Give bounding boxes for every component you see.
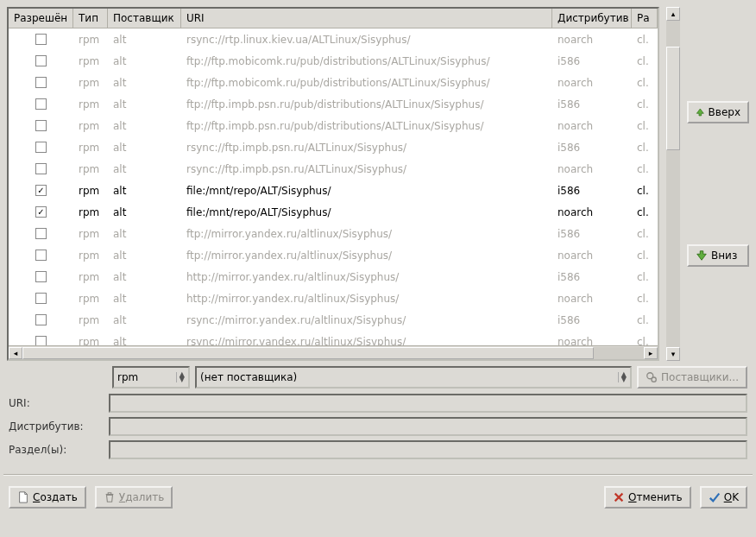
enabled-checkbox[interactable] xyxy=(35,228,47,239)
scroll-h-track[interactable] xyxy=(22,347,644,359)
table-row[interactable]: ✓rpmaltfile:/mnt/repo/ALT/Sisyphus/i586c… xyxy=(9,180,658,201)
enabled-checkbox[interactable] xyxy=(35,293,47,304)
ok-check-icon xyxy=(709,491,721,503)
enabled-checkbox[interactable] xyxy=(35,142,47,153)
cell-uri: ftp://mirror.yandex.ru/altlinux/Sisyphus… xyxy=(181,250,552,262)
cancel-button[interactable]: Отменить xyxy=(604,486,691,509)
vendors-label: Поставщики... xyxy=(661,371,739,383)
move-up-label: Вверх xyxy=(709,106,740,118)
enabled-checkbox[interactable] xyxy=(35,98,47,110)
cell-uri: ftp://ftp.mobicomk.ru/pub/distributions/… xyxy=(181,77,552,89)
cell-uri: rsync://rtp.linux.kiev.ua/ALTLinux/Sisyp… xyxy=(181,34,552,46)
arrow-up-icon xyxy=(696,106,705,118)
vendors-button[interactable]: Поставщики... xyxy=(637,366,747,389)
vendor-value: (нет поставщика) xyxy=(200,371,297,383)
table-row[interactable]: rpmalthttp://mirror.yandex.ru/altlinux/S… xyxy=(9,266,658,287)
table-header: Разрешён Тип Поставщик URI Дистрибутив Р… xyxy=(9,9,658,28)
uri-input[interactable] xyxy=(109,394,747,413)
create-button[interactable]: Создать xyxy=(9,486,86,509)
cell-dist: noarch xyxy=(552,34,632,46)
table-row[interactable]: rpmaltrsync://mirror.yandex.ru/altlinux/… xyxy=(9,309,658,331)
table-row[interactable]: rpmaltftp://mirror.yandex.ru/altlinux/Si… xyxy=(9,244,658,266)
enabled-checkbox[interactable]: ✓ xyxy=(35,185,47,196)
enabled-checkbox[interactable] xyxy=(35,336,47,345)
cell-type: rpm xyxy=(73,34,108,46)
enabled-checkbox[interactable] xyxy=(35,55,47,66)
table-row[interactable]: rpmaltrsync://rtp.linux.kiev.ua/ALTLinux… xyxy=(9,28,658,50)
cell-uri: rsync://mirror.yandex.ru/altlinux/Sisyph… xyxy=(181,336,552,346)
cell-dist: i586 xyxy=(552,98,632,111)
scroll-h-thumb[interactable] xyxy=(22,347,594,359)
ok-button[interactable]: OK xyxy=(700,486,747,509)
move-down-button[interactable]: Вниз xyxy=(687,244,749,267)
scroll-right-arrow[interactable]: ▸ xyxy=(644,347,658,359)
table-row[interactable]: rpmaltftp://ftp.mobicomk.ru/pub/distribu… xyxy=(9,72,658,93)
cell-dist: i586 xyxy=(552,185,632,197)
table-row[interactable]: ✓rpmaltfile:/mnt/repo/ALT/Sisyphus/noarc… xyxy=(9,201,658,223)
type-value: rpm xyxy=(117,371,138,383)
cell-uri: file:/mnt/repo/ALT/Sisyphus/ xyxy=(181,206,552,218)
cell-dist: i586 xyxy=(552,228,632,240)
table-row[interactable]: rpmaltrsync://ftp.impb.psn.ru/ALTLinux/S… xyxy=(9,158,658,180)
sections-input[interactable] xyxy=(109,440,747,459)
enabled-checkbox[interactable] xyxy=(35,163,47,174)
spinner-icon: ▲▼ xyxy=(176,372,185,382)
header-sections[interactable]: Ра xyxy=(632,9,658,28)
table-row[interactable]: rpmaltftp://ftp.mobicomk.ru/pub/distribu… xyxy=(9,50,658,72)
table-row[interactable]: rpmaltrsync://ftp.impb.psn.ru/ALTLinux/S… xyxy=(9,136,658,158)
table-row[interactable]: rpmaltftp://ftp.impb.psn.ru/pub/distribu… xyxy=(9,115,658,136)
move-down-label: Вниз xyxy=(711,250,737,262)
cell-uri: rsync://ftp.impb.psn.ru/ALTLinux/Sisyphu… xyxy=(181,163,552,175)
header-uri[interactable]: URI xyxy=(181,9,552,28)
header-dist[interactable]: Дистрибутив xyxy=(552,9,632,28)
scroll-up-arrow[interactable]: ▴ xyxy=(666,7,680,21)
table-row[interactable]: rpmaltftp://mirror.yandex.ru/altlinux/Si… xyxy=(9,223,658,244)
delete-button[interactable]: Удалить xyxy=(95,486,173,509)
cell-sect: cl. xyxy=(632,120,658,132)
move-up-button[interactable]: Вверх xyxy=(687,101,749,123)
vertical-scrollbar[interactable]: ▴ ▾ xyxy=(666,7,680,361)
enabled-checkbox[interactable] xyxy=(35,314,47,325)
cell-uri: rsync://mirror.yandex.ru/altlinux/Sisyph… xyxy=(181,314,552,326)
cell-sect: cl. xyxy=(632,271,658,283)
enabled-checkbox[interactable] xyxy=(35,250,47,261)
type-combo[interactable]: rpm ▲▼ xyxy=(112,366,190,389)
table-body: rpmaltrsync://rtp.linux.kiev.ua/ALTLinux… xyxy=(9,28,658,345)
table-row[interactable]: rpmaltftp://ftp.impb.psn.ru/pub/distribu… xyxy=(9,93,658,115)
cell-dist: noarch xyxy=(552,293,632,305)
dist-input[interactable] xyxy=(109,417,747,436)
header-enabled[interactable]: Разрешён xyxy=(9,9,73,28)
cell-sect: cl. xyxy=(632,185,658,197)
svg-point-1 xyxy=(652,377,656,382)
cell-sect: cl. xyxy=(632,336,658,346)
scroll-down-arrow[interactable]: ▾ xyxy=(666,347,680,361)
cell-vendor: alt xyxy=(108,293,181,305)
cell-sect: cl. xyxy=(632,314,658,326)
cell-sect: cl. xyxy=(632,55,658,67)
cell-type: rpm xyxy=(73,271,108,283)
header-type[interactable]: Тип xyxy=(73,9,108,28)
header-vendor[interactable]: Поставщик xyxy=(108,9,181,28)
cell-sect: cl. xyxy=(632,34,658,46)
scroll-v-track[interactable] xyxy=(666,21,680,347)
cell-vendor: alt xyxy=(108,55,181,67)
enabled-checkbox[interactable] xyxy=(35,77,47,88)
table-row[interactable]: rpmaltrsync://mirror.yandex.ru/altlinux/… xyxy=(9,331,658,345)
enabled-checkbox[interactable] xyxy=(35,271,47,282)
table-row[interactable]: rpmalthttp://mirror.yandex.ru/altlinux/S… xyxy=(9,287,658,309)
scroll-left-arrow[interactable]: ◂ xyxy=(9,347,22,359)
cell-vendor: alt xyxy=(108,336,181,346)
scroll-v-thumb[interactable] xyxy=(666,47,680,150)
cell-vendor: alt xyxy=(108,98,181,111)
cell-vendor: alt xyxy=(108,206,181,218)
vendor-combo[interactable]: (нет поставщика) ▲▼ xyxy=(195,366,632,389)
enabled-checkbox[interactable] xyxy=(35,34,47,45)
gears-icon xyxy=(646,371,658,383)
cell-sect: cl. xyxy=(632,206,658,218)
cell-vendor: alt xyxy=(108,250,181,262)
cell-dist: noarch xyxy=(552,336,632,346)
horizontal-scrollbar[interactable]: ◂ ▸ xyxy=(9,345,658,359)
enabled-checkbox[interactable] xyxy=(35,120,47,131)
enabled-checkbox[interactable]: ✓ xyxy=(35,206,47,218)
ok-label: OK xyxy=(724,491,739,503)
